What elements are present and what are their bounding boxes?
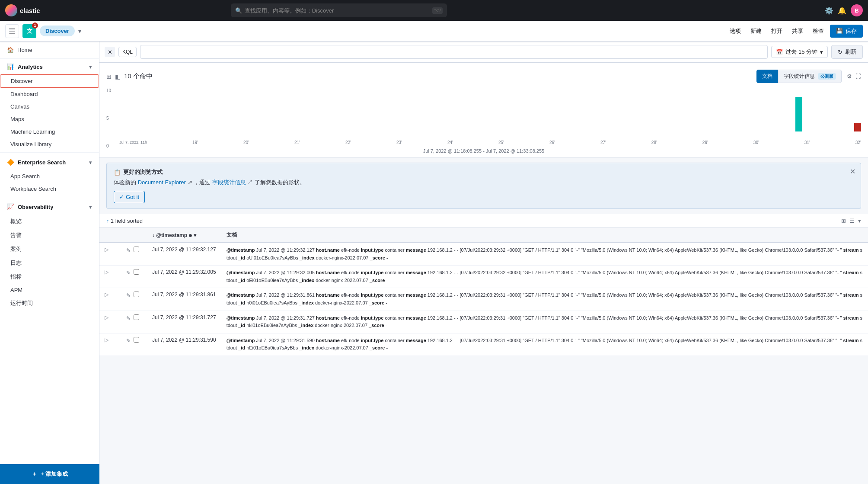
- chart-expand-icon[interactable]: ⛶: [855, 73, 861, 80]
- sidebar-item-visualize-library[interactable]: Visualize Library: [0, 138, 99, 151]
- histogram-bar-92[interactable]: [795, 97, 802, 131]
- discover-tab[interactable]: Discover: [40, 26, 75, 36]
- row-expand-0[interactable]: ▷: [99, 243, 121, 266]
- histogram: [106, 88, 861, 140]
- edit-icon-0[interactable]: ✎: [126, 247, 131, 253]
- sidebar-item-logs[interactable]: 日志: [0, 256, 99, 270]
- field-stats-link[interactable]: 字段统计信息: [212, 179, 246, 186]
- edit-icon-3[interactable]: ✎: [126, 315, 131, 321]
- calendar-icon: 📅: [776, 49, 783, 55]
- sidebar-item-overview[interactable]: 概览: [0, 215, 99, 228]
- list-icon[interactable]: ☰: [849, 218, 855, 224]
- row-checkbox-1[interactable]: [134, 269, 139, 275]
- kql-badge[interactable]: KQL: [118, 47, 137, 57]
- row-expand-1[interactable]: ▷: [99, 266, 121, 288]
- refresh-button[interactable]: ↻ 刷新: [831, 45, 863, 59]
- chevron-down-icon[interactable]: ▾: [78, 28, 81, 35]
- row-doc-2: @timestamp Jul 7, 2022 @ 11:29:31.861 ho…: [221, 288, 868, 311]
- share-button[interactable]: 共享: [788, 26, 807, 37]
- row-checkbox-2[interactable]: [134, 292, 139, 297]
- enterprise-search-section-header[interactable]: 🔶 Enterprise Search ▾: [0, 154, 99, 170]
- row-checkbox-3[interactable]: [134, 314, 139, 320]
- new-button[interactable]: 新建: [747, 26, 765, 37]
- row-doc-0: @timestamp Jul 7, 2022 @ 11:29:32.127 ho…: [221, 243, 868, 266]
- document-explorer-link[interactable]: Document Explorer: [138, 179, 186, 186]
- row-timestamp-0: Jul 7, 2022 @ 11:29:32.127: [147, 243, 221, 266]
- row-checkbox-0[interactable]: [134, 247, 139, 252]
- panel-icon[interactable]: ◧: [115, 73, 121, 80]
- expand-btn-0[interactable]: ▷: [105, 247, 108, 253]
- sidebar-item-machine-learning[interactable]: Machine Learning: [0, 125, 99, 138]
- sidebar-section-analytics: 📊 Analytics ▾ Discover Dashboard Canvas …: [0, 59, 99, 151]
- banner-close-button[interactable]: ✕: [850, 167, 855, 176]
- banner-text: 体验新的 Document Explorer ↗ ，通过 字段统计信息 ↗ 了解…: [114, 179, 854, 186]
- save-button[interactable]: 💾 保存: [830, 25, 863, 38]
- row-expand-3[interactable]: ▷: [99, 311, 121, 333]
- got-it-button[interactable]: ✓ Got it: [114, 191, 145, 203]
- banner-title: 📋 更好的浏览方式: [114, 168, 854, 176]
- sidebar-item-alerts[interactable]: 告警: [0, 228, 99, 242]
- col-doc[interactable]: 文档: [221, 228, 868, 243]
- got-it-label: Got it: [126, 194, 139, 200]
- query-input[interactable]: [140, 45, 768, 59]
- svg-rect-0: [9, 29, 15, 29]
- app-icon-button[interactable]: 文 1: [22, 24, 36, 38]
- ext-icon-2: ↗: [247, 179, 253, 186]
- sidebar-item-dashboard[interactable]: Dashboard: [0, 88, 99, 100]
- observability-section-header[interactable]: 📈 Observability ▾: [0, 199, 99, 215]
- hamburger-button[interactable]: [5, 24, 19, 38]
- expand-btn-4[interactable]: ▷: [105, 337, 108, 343]
- search-input[interactable]: [245, 7, 430, 14]
- info-icon: ⊕: [188, 233, 192, 238]
- sidebar-item-discover[interactable]: Discover: [0, 74, 99, 88]
- expand-btn-1[interactable]: ▷: [105, 269, 108, 275]
- expand-btn-2[interactable]: ▷: [105, 292, 108, 298]
- x-label-19: 19': [192, 140, 198, 145]
- row-checkbox-4[interactable]: [134, 337, 139, 343]
- app-badge-count: 1: [32, 22, 38, 29]
- expand-col-icon[interactable]: ▾: [858, 218, 861, 224]
- options-button[interactable]: 选项: [726, 26, 744, 37]
- sidebar-item-canvas[interactable]: Canvas: [0, 100, 99, 113]
- sidebar-divider-1: [0, 152, 99, 153]
- time-picker[interactable]: 📅 过去 15 分钟 ▾: [771, 46, 828, 58]
- sidebar-item-uptime[interactable]: 运行时间: [0, 296, 99, 310]
- sidebar-item-apm[interactable]: APM: [0, 284, 99, 296]
- sidebar-item-cases[interactable]: 案例: [0, 242, 99, 256]
- edit-icon-4[interactable]: ✎: [126, 338, 131, 344]
- global-search-bar[interactable]: 🔍 ⌥/: [231, 3, 447, 17]
- table-icon[interactable]: ⊞: [841, 218, 846, 224]
- row-expand-2[interactable]: ▷: [99, 288, 121, 311]
- tab-documents[interactable]: 文档: [756, 70, 778, 83]
- sidebar-section-observability: 📈 Observability ▾ 概览 告警 案例 日志 指标 APM: [0, 199, 99, 310]
- app-icon-label: 文: [27, 27, 32, 35]
- histogram-bar-100[interactable]: [854, 123, 861, 131]
- edit-icon-2[interactable]: ✎: [126, 292, 131, 298]
- notifications-icon[interactable]: 🔔: [838, 6, 846, 15]
- grid-icon[interactable]: ⊞: [106, 73, 112, 80]
- inspect-button[interactable]: 检查: [809, 26, 827, 37]
- sidebar-item-home[interactable]: 🏠 Home: [0, 42, 99, 59]
- sidebar-item-metrics[interactable]: 指标: [0, 270, 99, 284]
- sidebar-item-workplace-search[interactable]: Workplace Search: [0, 183, 99, 195]
- add-integration-button[interactable]: ＋ + 添加集成: [0, 464, 99, 484]
- sidebar-item-maps[interactable]: Maps: [0, 113, 99, 125]
- expand-btn-3[interactable]: ▷: [105, 314, 108, 321]
- edit-icon-1[interactable]: ✎: [126, 270, 131, 276]
- elastic-logo[interactable]: elastic: [5, 4, 40, 16]
- table-header: ↓ @timestamp ⊕ ▾ 文档: [99, 228, 868, 243]
- sort-icon: ↓: [152, 232, 155, 238]
- row-controls-1: ✎: [121, 266, 147, 288]
- close-filter-button[interactable]: ✕: [105, 47, 115, 57]
- row-expand-4[interactable]: ▷: [99, 333, 121, 356]
- save-label: 保存: [846, 27, 857, 35]
- col-select: [121, 228, 147, 243]
- col-timestamp[interactable]: ↓ @timestamp ⊕ ▾: [147, 228, 221, 243]
- user-avatar[interactable]: B: [851, 4, 863, 16]
- tab-field-stats[interactable]: 字段统计信息 公测版: [778, 70, 842, 83]
- settings-icon[interactable]: ⚙️: [825, 6, 833, 15]
- open-button[interactable]: 打开: [768, 26, 786, 37]
- analytics-section-header[interactable]: 📊 Analytics ▾: [0, 59, 99, 74]
- sidebar-item-app-search[interactable]: App Search: [0, 170, 99, 183]
- chart-settings-icon[interactable]: ⚙: [847, 73, 852, 80]
